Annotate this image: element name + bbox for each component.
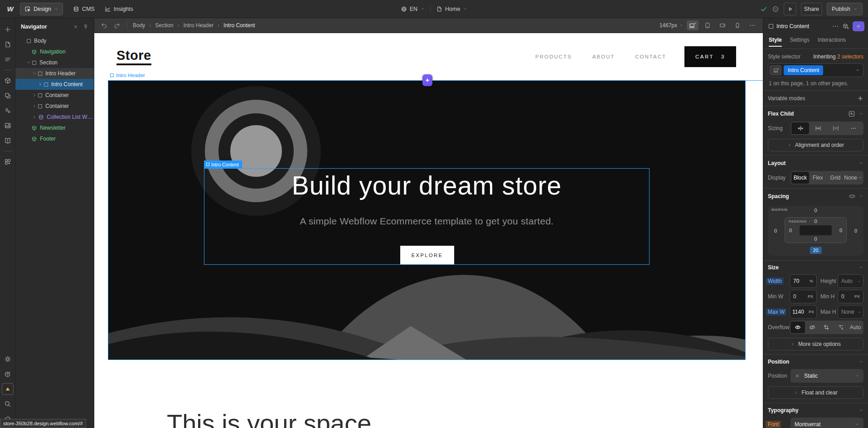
position-section-header[interactable]: Position: [763, 355, 868, 369]
variables-button[interactable]: [2, 105, 14, 117]
breadcrumb-intro-header[interactable]: Intro Header: [183, 22, 213, 29]
settings-button[interactable]: [2, 353, 14, 365]
comments-icon[interactable]: [772, 5, 779, 13]
nav-link-about[interactable]: ABOUT: [592, 54, 615, 59]
components-button[interactable]: [2, 75, 14, 87]
chevron-down-icon[interactable]: [859, 360, 863, 364]
overflow-hidden-option[interactable]: [805, 321, 820, 333]
size-section-header[interactable]: Size: [763, 261, 868, 274]
locale-switcher[interactable]: EN: [401, 6, 425, 12]
display-grid-option[interactable]: Grid: [827, 172, 844, 184]
display-flex-option[interactable]: Flex: [809, 172, 827, 184]
apps-button[interactable]: [2, 156, 14, 168]
sizing-none-option[interactable]: [827, 122, 845, 134]
add-elements-button[interactable]: [2, 24, 14, 35]
overflow-scroll-option[interactable]: [834, 321, 848, 333]
create-component-icon[interactable]: [842, 23, 849, 30]
overflow-auto-option[interactable]: Auto: [848, 321, 863, 333]
margin-bottom-value[interactable]: 20: [810, 247, 821, 254]
margin-right-value[interactable]: 0: [854, 228, 857, 233]
margin-left-value[interactable]: 0: [774, 228, 777, 233]
flex-child-section-header[interactable]: Flex Child: [763, 106, 868, 122]
cms-button[interactable]: CMS: [73, 6, 95, 12]
sizing-more-option[interactable]: [845, 122, 863, 134]
publish-button[interactable]: Publish: [827, 3, 863, 15]
display-block-option[interactable]: Block: [791, 172, 809, 184]
page-switcher[interactable]: Home: [436, 6, 467, 12]
padding-bottom-value[interactable]: 0: [785, 236, 846, 242]
width-unit[interactable]: %: [810, 279, 813, 283]
tab-interactions[interactable]: Interactions: [818, 34, 846, 47]
next-section-heading[interactable]: This is your space: [167, 409, 371, 428]
chevron-down-icon[interactable]: [859, 194, 863, 199]
navigator-item-navigation[interactable]: Navigation: [15, 46, 94, 57]
height-unit[interactable]: -: [858, 279, 860, 283]
min-height-input[interactable]: 0PX: [838, 290, 863, 303]
spacing-mode-icon[interactable]: [849, 193, 855, 199]
layout-section-header[interactable]: Layout: [763, 156, 868, 171]
max-width-unit[interactable]: PX: [809, 310, 814, 314]
breakpoint-portrait-button[interactable]: [732, 20, 743, 30]
chevron-right-icon[interactable]: [32, 114, 37, 120]
pages-button[interactable]: [2, 39, 14, 50]
spacing-section-header[interactable]: Spacing: [763, 189, 868, 204]
preview-button[interactable]: [784, 3, 796, 15]
min-height-unit[interactable]: PX: [854, 294, 860, 299]
tab-style[interactable]: Style: [769, 34, 782, 47]
element-more-icon[interactable]: [832, 23, 839, 30]
chevron-right-icon[interactable]: [32, 92, 37, 98]
breakpoint-landscape-button[interactable]: [717, 20, 728, 30]
navigator-item-footer[interactable]: Footer: [15, 133, 94, 144]
navigator-item-intro-header[interactable]: Intro Header: [15, 68, 94, 79]
libraries-button[interactable]: [2, 135, 14, 146]
font-select[interactable]: Montserrat: [790, 418, 863, 428]
canvas-more-button[interactable]: [747, 20, 758, 30]
ai-assistant-button[interactable]: [853, 21, 864, 31]
add-element-handle[interactable]: [422, 74, 432, 86]
navigator-item-container[interactable]: Container: [15, 101, 94, 112]
overflow-visible-option[interactable]: [790, 321, 805, 333]
padding-right-value[interactable]: 0: [839, 228, 842, 233]
webflow-logo[interactable]: W: [0, 5, 20, 13]
site-logo[interactable]: Store: [116, 48, 151, 65]
navigator-button[interactable]: [2, 54, 14, 65]
design-mode-button[interactable]: Design: [20, 3, 63, 15]
chevron-down-icon[interactable]: [859, 112, 863, 116]
navigator-item-section[interactable]: Section: [15, 57, 94, 68]
max-height-unit[interactable]: -: [858, 310, 860, 314]
assets-button[interactable]: [2, 120, 14, 131]
alignment-order-button[interactable]: Alignment and order: [768, 139, 863, 151]
pin-icon[interactable]: [83, 24, 88, 29]
float-clear-button[interactable]: Float and clear: [768, 386, 863, 399]
style-manager-button[interactable]: [2, 90, 14, 102]
max-width-input[interactable]: 1140PX: [790, 305, 817, 319]
navigator-item-container[interactable]: Container: [15, 90, 94, 101]
share-button[interactable]: Share: [801, 3, 822, 15]
chevron-down-icon[interactable]: [859, 161, 863, 165]
intro-header-selection-label[interactable]: Intro Header: [110, 73, 145, 78]
overflow-clip-option[interactable]: [820, 321, 834, 333]
chevron-down-icon[interactable]: [859, 408, 863, 413]
navigator-item-body[interactable]: Body: [15, 35, 94, 46]
help-button[interactable]: [2, 368, 14, 380]
navigator-item-collection-list[interactable]: Collection List Wra...: [15, 112, 94, 122]
intro-content-selection-label[interactable]: Intro Content: [204, 160, 242, 168]
min-width-input[interactable]: 0PX: [790, 290, 817, 303]
sizing-grow-option[interactable]: [809, 122, 827, 134]
max-height-input[interactable]: None-: [838, 305, 863, 319]
chevron-down-icon[interactable]: [859, 265, 863, 270]
navigator-item-intro-content[interactable]: Intro Content: [15, 79, 94, 90]
breakpoint-tablet-button[interactable]: [702, 20, 713, 30]
navigator-item-newsletter[interactable]: Newsletter: [15, 122, 94, 133]
margin-top-value[interactable]: 0: [768, 208, 863, 213]
min-width-unit[interactable]: PX: [808, 294, 813, 299]
clear-icon[interactable]: [795, 373, 800, 379]
height-input[interactable]: Auto-: [838, 274, 863, 288]
breadcrumb-intro-content[interactable]: Intro Content: [223, 22, 255, 29]
nav-link-products[interactable]: PRODUCTS: [535, 54, 572, 59]
chevron-down-icon[interactable]: [855, 68, 860, 73]
style-selector-field[interactable]: Intro Content: [768, 63, 863, 77]
breadcrumb-section[interactable]: Section: [155, 22, 173, 29]
chevron-down-icon[interactable]: [32, 71, 37, 76]
undo-icon[interactable]: [101, 22, 108, 29]
